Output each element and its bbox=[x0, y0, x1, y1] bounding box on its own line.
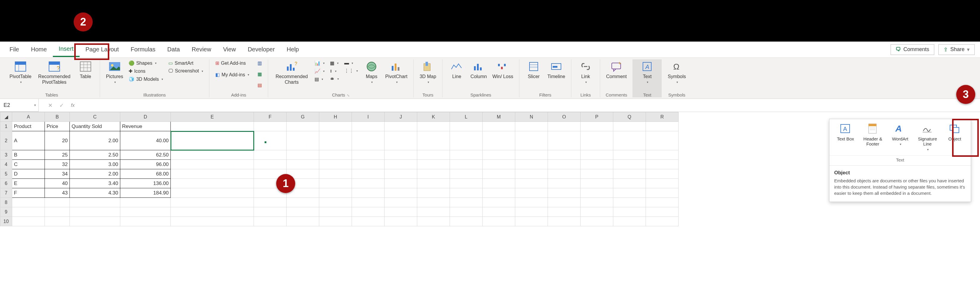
cell[interactable]: 2.00 bbox=[70, 169, 120, 179]
tab-home[interactable]: Home bbox=[25, 43, 52, 56]
timeline-button[interactable]: Timeline bbox=[546, 59, 567, 81]
column-chart-button[interactable]: 📊 bbox=[313, 59, 326, 67]
cell[interactable]: 20 bbox=[45, 131, 70, 150]
select-all-corner[interactable]: ◢ bbox=[0, 112, 12, 122]
cell[interactable]: 40 bbox=[45, 179, 70, 188]
bing-maps-addin-button[interactable]: ▦ bbox=[256, 70, 264, 78]
cell[interactable]: 62.50 bbox=[120, 150, 171, 160]
cell[interactable]: A bbox=[12, 131, 45, 150]
row-header[interactable]: 8 bbox=[0, 198, 12, 207]
cell[interactable]: 25 bbox=[45, 150, 70, 160]
link-button[interactable]: Link bbox=[576, 59, 596, 85]
pictures-button[interactable]: Pictures bbox=[104, 59, 125, 85]
my-addins-button[interactable]: ◧My Add-ins bbox=[213, 71, 251, 78]
sparkline-winloss-button[interactable]: Win/ Loss bbox=[491, 59, 515, 81]
text-box-button[interactable]: A Text Box bbox=[832, 121, 859, 153]
scatter-chart-button[interactable]: ⋮⋮ bbox=[342, 67, 360, 75]
col-header-R[interactable]: R bbox=[646, 112, 679, 122]
comment-button[interactable]: +Comment bbox=[605, 59, 628, 81]
cell[interactable]: 136.00 bbox=[120, 179, 171, 188]
cell[interactable]: 34 bbox=[45, 169, 70, 179]
cell[interactable] bbox=[171, 131, 254, 150]
col-header-H[interactable]: H bbox=[319, 112, 352, 122]
text-dropdown-button[interactable]: AText bbox=[637, 59, 657, 85]
col-header-K[interactable]: K bbox=[417, 112, 450, 122]
tab-review[interactable]: Review bbox=[186, 43, 217, 56]
visio-addin-button[interactable]: ▥ bbox=[256, 59, 264, 67]
cell[interactable]: 32 bbox=[45, 160, 70, 169]
formula-input[interactable] bbox=[78, 99, 980, 112]
row-header[interactable]: 10 bbox=[0, 217, 12, 226]
col-header-F[interactable]: F bbox=[254, 112, 286, 122]
col-header-P[interactable]: P bbox=[581, 112, 613, 122]
cell[interactable]: B bbox=[12, 150, 45, 160]
cell[interactable]: F bbox=[12, 188, 45, 198]
name-box[interactable]: E2 bbox=[0, 99, 38, 112]
row-header[interactable]: 7 bbox=[0, 188, 12, 198]
hierarchy-chart-button[interactable]: ▦ bbox=[328, 59, 340, 67]
screenshot-button[interactable]: 🖵Screenshot bbox=[167, 67, 205, 75]
row-header[interactable]: 4 bbox=[0, 160, 12, 169]
tab-file[interactable]: File bbox=[3, 43, 25, 56]
col-header-B[interactable]: B bbox=[45, 112, 70, 122]
enter-formula-button[interactable]: ✓ bbox=[56, 102, 67, 109]
3d-models-button[interactable]: 🧊3D Models bbox=[127, 75, 165, 83]
cell-A1[interactable]: Product bbox=[12, 122, 45, 131]
cell[interactable]: D bbox=[12, 169, 45, 179]
pivottable-button[interactable]: PivotTable bbox=[8, 59, 33, 85]
row-header[interactable]: 2 bbox=[0, 131, 12, 150]
icons-button[interactable]: ✚Icons bbox=[127, 67, 165, 75]
sparkline-line-button[interactable]: Line bbox=[447, 59, 467, 81]
recommended-pivottables-button[interactable]: ? Recommended PivotTables bbox=[35, 59, 74, 86]
cell[interactable] bbox=[171, 160, 254, 169]
cancel-formula-button[interactable]: ✕ bbox=[45, 102, 56, 109]
3d-map-button[interactable]: 3D Map bbox=[418, 59, 438, 85]
line-chart-button[interactable]: 📈 bbox=[313, 67, 326, 75]
cell[interactable]: 184.90 bbox=[120, 188, 171, 198]
charts-launcher[interactable]: ⤡ bbox=[347, 94, 350, 97]
row-header-1[interactable]: 1 bbox=[0, 122, 12, 131]
col-header-D[interactable]: D bbox=[120, 112, 171, 122]
row-header[interactable]: 9 bbox=[0, 207, 12, 217]
cell-B1[interactable]: Price bbox=[45, 122, 70, 131]
wordart-button[interactable]: A WordArt bbox=[887, 121, 913, 153]
cell[interactable] bbox=[171, 150, 254, 160]
people-graph-addin-button[interactable]: ▤ bbox=[256, 81, 264, 89]
pivotchart-button[interactable]: PivotChart bbox=[383, 59, 409, 85]
cell[interactable]: 2.50 bbox=[70, 150, 120, 160]
signature-line-button[interactable]: Signature Line bbox=[914, 121, 940, 153]
col-header-Q[interactable]: Q bbox=[613, 112, 646, 122]
bar-chart-button[interactable]: ▤ bbox=[313, 75, 326, 83]
tab-help[interactable]: Help bbox=[281, 43, 305, 56]
cell[interactable]: 3.00 bbox=[70, 160, 120, 169]
get-addins-button[interactable]: ⊞Get Add-ins bbox=[213, 59, 251, 67]
tab-view[interactable]: View bbox=[217, 43, 242, 56]
sparkline-column-button[interactable]: Column bbox=[469, 59, 489, 81]
smartart-button[interactable]: ▭SmartArt bbox=[167, 59, 205, 67]
col-header-O[interactable]: O bbox=[548, 112, 581, 122]
waterfall-chart-button[interactable]: ▬ bbox=[342, 59, 360, 67]
recommended-charts-button[interactable]: ? Recommended Charts bbox=[272, 59, 311, 86]
col-header-A[interactable]: A bbox=[12, 112, 45, 122]
cell[interactable] bbox=[171, 179, 254, 188]
cell[interactable] bbox=[171, 169, 254, 179]
cell[interactable]: 3.40 bbox=[70, 179, 120, 188]
cell-C1[interactable]: Quantity Sold bbox=[70, 122, 120, 131]
insert-function-button[interactable]: fx bbox=[67, 103, 78, 108]
cell-E1[interactable] bbox=[171, 122, 254, 131]
cell[interactable]: 43 bbox=[45, 188, 70, 198]
comments-button[interactable]: 🗨 Comments bbox=[891, 44, 934, 55]
cell[interactable]: 40.00 bbox=[120, 131, 171, 150]
row-header[interactable]: 5 bbox=[0, 169, 12, 179]
share-button[interactable]: ⇪ Share ▾ bbox=[939, 44, 975, 55]
cell[interactable]: E bbox=[12, 179, 45, 188]
shapes-button[interactable]: 🟢Shapes bbox=[127, 59, 165, 67]
col-header-N[interactable]: N bbox=[515, 112, 548, 122]
cell-D1[interactable]: Revenue bbox=[120, 122, 171, 131]
header-footer-button[interactable]: Header & Footer bbox=[860, 121, 886, 153]
col-header-J[interactable]: J bbox=[385, 112, 417, 122]
cell[interactable] bbox=[171, 188, 254, 198]
row-header[interactable]: 6 bbox=[0, 179, 12, 188]
slicer-button[interactable]: Slicer bbox=[523, 59, 544, 81]
table-button[interactable]: Table bbox=[75, 59, 95, 81]
